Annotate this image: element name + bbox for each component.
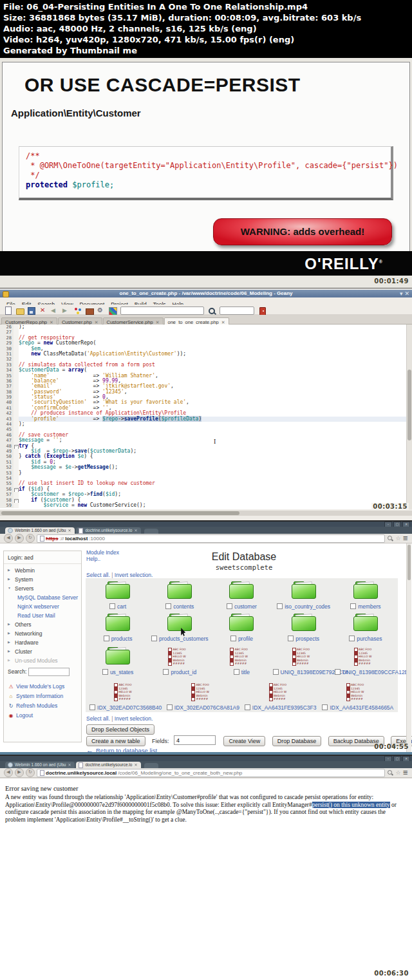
horizontal-scrollbar[interactable] bbox=[0, 511, 412, 516]
create-table-button[interactable]: Create a new table bbox=[86, 736, 145, 746]
drop-database-button[interactable]: Drop Database bbox=[272, 736, 322, 746]
item-checkbox[interactable] bbox=[151, 636, 157, 641]
browser-menu-icon[interactable]: ≡ bbox=[403, 769, 408, 776]
item-checkbox[interactable] bbox=[349, 636, 355, 641]
table-item[interactable]: cart bbox=[87, 581, 149, 614]
close-icon[interactable]: ✕ bbox=[68, 762, 71, 768]
select-all-link[interactable]: Select all. bbox=[86, 572, 110, 578]
table-item[interactable]: ABC FOO12345HELLO WWebmin#####product_id bbox=[149, 647, 211, 683]
table-item[interactable]: contents bbox=[149, 581, 211, 614]
index-icon[interactable]: ABC FOO12345HELLO WWebmin##### bbox=[168, 647, 191, 665]
reload-icon[interactable]: ↻ bbox=[26, 534, 35, 543]
table-item[interactable]: ABC FOO12345HELLO WWebmin#####IDX_302EAD… bbox=[87, 683, 164, 712]
item-checkbox[interactable] bbox=[230, 636, 236, 641]
table-item[interactable]: products_customers bbox=[149, 614, 211, 647]
table-item[interactable]: ABC FOO12345HELLO WWebmin#####IDX_AA6431… bbox=[242, 683, 319, 712]
sidebar-link-refresh[interactable]: ↻Refresh Modules bbox=[4, 701, 81, 710]
index-icon[interactable]: ABC FOO12345HELLO WWebmin##### bbox=[346, 683, 370, 701]
item-checkbox[interactable] bbox=[335, 669, 341, 675]
drop-selected-button[interactable]: Drop Selected Objects bbox=[86, 724, 154, 735]
item-checkbox[interactable] bbox=[104, 636, 109, 641]
item-checkbox[interactable] bbox=[234, 669, 239, 675]
table-item[interactable]: ABC FOO12345HELLO WWebmin#####IDX_302EAD… bbox=[164, 683, 241, 712]
table-item[interactable]: ABC FOO12345HELLO WWebmin#####UNIQ_81398… bbox=[335, 647, 397, 683]
folder-icon[interactable] bbox=[167, 614, 192, 631]
back-icon[interactable]: ◀ bbox=[4, 534, 13, 543]
new-tab-button[interactable] bbox=[144, 529, 158, 534]
folder-icon[interactable] bbox=[106, 614, 130, 631]
table-item[interactable]: profile bbox=[211, 614, 272, 647]
item-checkbox[interactable] bbox=[227, 603, 232, 609]
close-icon[interactable]: ✕ bbox=[134, 527, 137, 534]
bookmark-star-icon[interactable]: ☆ bbox=[396, 769, 401, 776]
fields-input[interactable] bbox=[174, 735, 216, 745]
create-view-button[interactable]: Create View bbox=[223, 736, 265, 746]
vertical-scrollbar[interactable] bbox=[406, 543, 411, 752]
folder-icon[interactable] bbox=[353, 581, 378, 599]
folder-icon[interactable] bbox=[106, 647, 130, 664]
code-area[interactable]: 26);2728// get respository29$repo = new … bbox=[0, 325, 407, 509]
sidebar-item-mysql-database-server[interactable]: MySQL Database Server bbox=[4, 593, 81, 602]
index-icon[interactable]: ABC FOO12345HELLO WWebmin##### bbox=[230, 647, 253, 665]
item-checkbox[interactable] bbox=[277, 603, 283, 609]
index-icon[interactable]: ABC FOO12345HELLO WWebmin##### bbox=[114, 683, 137, 701]
sidebar-item-cluster[interactable]: ▶Cluster bbox=[4, 647, 81, 656]
table-item[interactable]: prospects bbox=[273, 614, 335, 647]
folder-icon[interactable] bbox=[167, 581, 192, 599]
item-checkbox[interactable] bbox=[245, 704, 250, 710]
item-checkbox[interactable] bbox=[322, 704, 328, 710]
sidebar-link-warning[interactable]: ⚠View Module's Logs bbox=[4, 681, 81, 691]
close-icon[interactable]: ✕ bbox=[50, 320, 53, 325]
table-item[interactable]: members bbox=[335, 581, 397, 614]
item-checkbox[interactable] bbox=[163, 669, 169, 675]
index-icon[interactable]: ABC FOO12345HELLO WWebmin##### bbox=[269, 683, 292, 701]
table-item[interactable]: ABC FOO12345HELLO WWebmin#####UNIQ_81398… bbox=[273, 647, 335, 683]
item-checkbox[interactable] bbox=[350, 603, 356, 609]
folder-icon[interactable] bbox=[106, 581, 130, 599]
sidebar-item-read-user-mail[interactable]: Read User Mail bbox=[4, 611, 81, 620]
table-item[interactable]: ABC FOO12345HELLO WWebmin#####title bbox=[211, 647, 272, 683]
table-item[interactable]: iso_country_codes bbox=[273, 581, 335, 614]
forward-icon[interactable]: ▶ bbox=[15, 534, 24, 543]
browser-tab[interactable]: Webmin 1.660 on aed (Ubu✕ bbox=[5, 527, 75, 534]
table-item[interactable]: purchases bbox=[335, 614, 397, 647]
index-icon[interactable]: ABC FOO12345HELLO WWebmin##### bbox=[191, 683, 214, 701]
reload-icon[interactable]: ↻ bbox=[26, 768, 35, 777]
folder-icon[interactable] bbox=[353, 614, 378, 631]
sidebar-item-others[interactable]: ▶Others bbox=[4, 620, 81, 629]
table-item[interactable]: us_states bbox=[87, 647, 149, 683]
close-icon[interactable]: ✕ bbox=[221, 320, 225, 325]
index-icon[interactable]: ABC FOO12345HELLO WWebmin##### bbox=[292, 647, 315, 665]
sidebar-item-networking[interactable]: ▶Networking bbox=[4, 629, 81, 638]
zoom-icon[interactable] bbox=[387, 769, 394, 777]
url-input[interactable]: https://localhost:10000 bbox=[37, 534, 385, 543]
select-all-link[interactable]: Select all. bbox=[86, 715, 110, 722]
browser-tab[interactable]: doctrine.unlikelysource.lo✕ bbox=[76, 762, 141, 768]
vertical-scrollbar[interactable] bbox=[406, 325, 412, 509]
close-icon[interactable]: ✕ bbox=[156, 320, 160, 325]
search-input[interactable] bbox=[28, 668, 70, 676]
folder-icon[interactable] bbox=[292, 581, 316, 599]
sidebar-item-servers[interactable]: ▼Servers bbox=[4, 584, 81, 593]
table-item[interactable]: ABC FOO12345HELLO WWebmin#####IDX_AA6431… bbox=[319, 683, 397, 712]
folder-icon[interactable] bbox=[292, 614, 316, 631]
item-checkbox[interactable] bbox=[165, 603, 171, 609]
sidebar-item-system[interactable]: ▶System bbox=[4, 575, 81, 584]
search-input[interactable] bbox=[120, 306, 204, 315]
sidebar-item-hardware[interactable]: ▶Hardware bbox=[4, 638, 81, 647]
bookmark-star-icon[interactable]: ☆ bbox=[396, 535, 401, 542]
index-icon[interactable]: ABC FOO12345HELLO WWebmin##### bbox=[354, 647, 377, 665]
sidebar-item-un-used-modules[interactable]: ▶Un-used Modules bbox=[4, 656, 81, 665]
browser-tab[interactable]: doctrine.unlikelysource.lo✕ bbox=[76, 527, 141, 534]
close-icon[interactable]: ✕ bbox=[68, 527, 71, 534]
folder-icon[interactable] bbox=[229, 614, 254, 631]
sidebar-item-webmin[interactable]: ▶Webmin bbox=[4, 566, 81, 575]
close-icon[interactable]: ✕ bbox=[134, 762, 137, 768]
invert-selection-link[interactable]: Invert selection. bbox=[115, 572, 153, 578]
item-checkbox[interactable] bbox=[89, 704, 95, 710]
folder-icon[interactable] bbox=[229, 581, 254, 599]
item-checkbox[interactable] bbox=[167, 704, 173, 710]
table-item[interactable]: customer bbox=[211, 581, 272, 614]
zoom-icon[interactable] bbox=[387, 535, 394, 542]
sidebar-link-power[interactable]: ◉Logout bbox=[4, 710, 81, 720]
